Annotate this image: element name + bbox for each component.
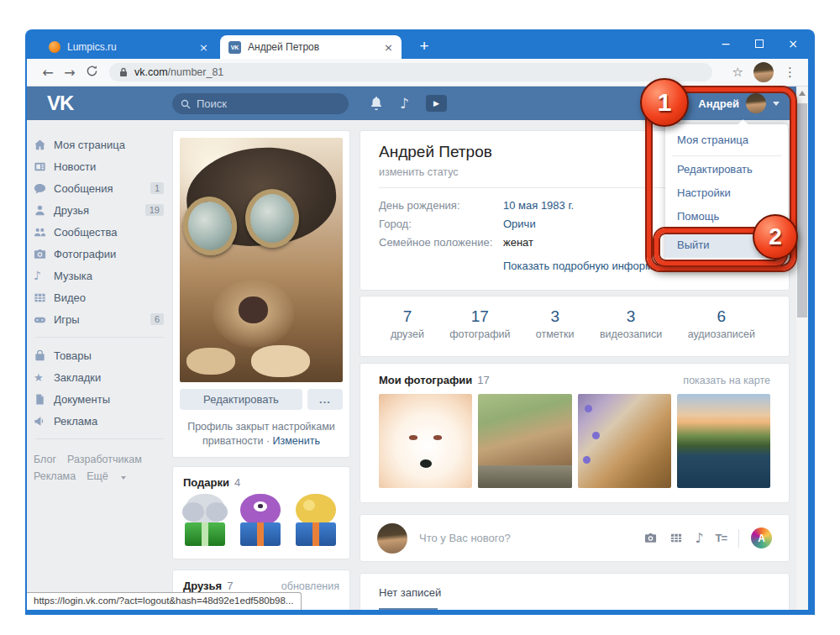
attach-video-icon[interactable] [669, 532, 683, 544]
counter-audios[interactable]: 6 аудиозаписей [688, 307, 755, 340]
tab-label: Андрей Петров [248, 41, 377, 53]
vk-apps-icon[interactable]: A [751, 527, 772, 548]
sidebar-divider [35, 337, 164, 338]
gift-item[interactable] [237, 494, 284, 546]
camera-icon [34, 248, 54, 260]
counter-value: 17 [449, 307, 510, 326]
change-status-link[interactable]: изменить статус [379, 166, 459, 178]
photo-thumbnail-cub[interactable] [478, 394, 571, 488]
vk-logo[interactable]: VK [47, 92, 73, 115]
friends-badge: 19 [145, 204, 164, 216]
sidebar-item-label: Музыка [54, 270, 92, 282]
address-bar[interactable]: vk.com/number_81 [109, 63, 712, 81]
sidebar-item-music[interactable]: ♪ Музыка [34, 265, 165, 286]
sidebar-item-label: Новости [54, 160, 96, 173]
sidebar-item-market[interactable]: Товары [34, 344, 165, 366]
page-scrollbar[interactable] [796, 87, 808, 610]
birthday-link[interactable]: 10 мая 1983 г. [503, 199, 574, 212]
attach-photo-icon[interactable] [643, 532, 658, 544]
wall-tab-underline [379, 608, 438, 610]
scrollbar-thumb[interactable] [797, 103, 807, 318]
sidebar-item-label: Товары [54, 349, 92, 362]
counter-label: отметки [536, 328, 575, 340]
refresh-button[interactable] [81, 65, 102, 81]
profile-photo[interactable] [180, 138, 343, 382]
photo-thumbnail-landscape[interactable] [677, 394, 770, 488]
search-input[interactable]: Поиск [172, 93, 349, 114]
show-on-map-link[interactable]: показать на карте [683, 375, 770, 386]
browser-menu-icon[interactable]: ⋮ [784, 65, 796, 80]
music-icon[interactable]: ♪ [400, 95, 409, 112]
edit-profile-button[interactable]: Редактировать [180, 389, 302, 410]
composer-input[interactable]: Что у Вас нового? [419, 532, 511, 544]
tab-lumpics[interactable]: Lumpics.ru × [40, 35, 217, 59]
sidebar-item-news[interactable]: Новости [34, 155, 165, 177]
footer-link-more[interactable]: Ещё [87, 470, 108, 482]
sidebar-item-video[interactable]: Видео [34, 286, 165, 308]
games-badge: 6 [150, 313, 164, 325]
shopping-bag-icon [34, 349, 54, 362]
privacy-change-link[interactable]: Изменить [273, 435, 320, 447]
sidebar-item-photos[interactable]: Фотографии [34, 243, 165, 265]
profile-photo-card: Редактировать ... Профиль закрыт настрой… [172, 130, 350, 458]
chevron-down-icon [121, 476, 126, 480]
sidebar-item-messages[interactable]: Сообщения 1 [34, 177, 165, 199]
friends-updates-link[interactable]: обновления [281, 580, 339, 592]
music-note-icon: ♪ [34, 269, 54, 282]
counter-videos[interactable]: 3 видеозаписи [600, 307, 662, 340]
close-window-button[interactable]: × [776, 29, 810, 59]
photos-card: Мои фотографии 17 показать на карте [360, 363, 790, 503]
scroll-up-arrow-icon[interactable] [799, 91, 806, 96]
counter-value: 3 [600, 307, 662, 326]
counter-label: видеозаписи [600, 328, 662, 340]
sidebar-item-games[interactable]: Игры 6 [34, 308, 165, 330]
more-options-button[interactable]: ... [307, 389, 343, 410]
gift-item[interactable] [181, 494, 228, 546]
footer-link-developers[interactable]: Разработчикам [67, 454, 142, 465]
sidebar-item-my-page[interactable]: Моя страница [34, 134, 165, 155]
attach-article-icon[interactable]: T= [715, 532, 727, 544]
footer-link-ads[interactable]: Реклама [34, 470, 76, 482]
tab-close-icon[interactable]: × [384, 42, 393, 53]
wall-empty-tab[interactable]: Нет записей [379, 586, 441, 599]
forward-button[interactable]: → [59, 65, 81, 81]
sidebar-item-friends[interactable]: Друзья 19 [34, 199, 165, 221]
sidebar-item-label: Закладки [54, 371, 101, 384]
tab-vk-profile[interactable]: VK Андрей Петров × [220, 35, 402, 59]
bookmark-star-icon[interactable]: ☆ [732, 65, 743, 80]
counter-label: фотографий [449, 328, 510, 340]
sidebar-item-label: Игры [54, 313, 80, 326]
sidebar-item-documents[interactable]: Документы [34, 388, 165, 410]
gifts-title[interactable]: Подарки [183, 476, 229, 489]
counter-photos[interactable]: 17 фотографий [449, 307, 510, 340]
footer-link-blog[interactable]: Блог [34, 454, 56, 465]
counter-friends[interactable]: 7 друзей [391, 307, 424, 340]
city-link[interactable]: Оричи [503, 218, 536, 230]
sidebar-item-communities[interactable]: Сообщества [34, 221, 165, 243]
minimize-button[interactable]: − [709, 29, 743, 59]
notifications-bell-icon[interactable] [370, 97, 383, 111]
tab-close-icon[interactable]: × [199, 42, 208, 53]
new-tab-button[interactable]: + [413, 36, 435, 56]
marital-status-value: женат [503, 236, 533, 249]
counter-label: аудиозаписей [688, 328, 755, 340]
photos-title[interactable]: Мои фотографии [379, 374, 472, 386]
counters-card: 7 друзей 17 фотографий 3 отметки 3 видео… [360, 296, 790, 357]
sidebar-item-bookmarks[interactable]: ★ Закладки [34, 366, 165, 388]
counter-value: 3 [536, 307, 575, 326]
sidebar-item-ads[interactable]: Реклама [34, 410, 165, 432]
video-play-icon[interactable]: ▶ [426, 95, 447, 112]
url-path: /number_81 [168, 66, 224, 78]
wall-card: Нет записей [360, 573, 790, 610]
friends-title[interactable]: Друзья [183, 580, 222, 592]
counter-tags[interactable]: 3 отметки [536, 307, 575, 340]
sidebar-item-label: Сообщения [54, 182, 113, 195]
photo-thumbnail-dog[interactable] [578, 394, 671, 488]
back-button[interactable]: ← [37, 65, 59, 81]
attach-audio-icon[interactable]: ♪ [695, 530, 703, 546]
gift-item[interactable] [292, 494, 339, 546]
browser-profile-avatar[interactable] [753, 62, 774, 82]
maximize-button[interactable] [743, 29, 776, 59]
status-bar-url: https://login.vk.com/?act=logout&hash=48… [27, 592, 302, 610]
photo-thumbnail-fox[interactable] [379, 394, 472, 488]
